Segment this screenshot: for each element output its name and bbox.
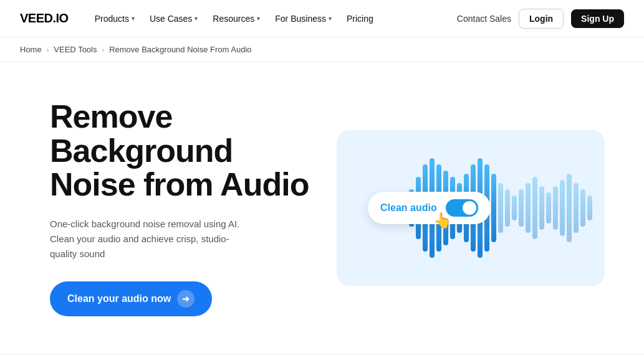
nav-label-use-cases: Use Cases	[150, 14, 192, 24]
nav-item-resources[interactable]: Resources ▾	[206, 10, 266, 27]
nav-item-for-business[interactable]: For Business ▾	[269, 10, 338, 27]
hero-cta-label: Clean your audio now	[67, 293, 171, 304]
nav-label-pricing: Pricing	[347, 14, 373, 24]
arrow-icon: ➜	[177, 290, 195, 308]
nav-label-resources: Resources	[213, 14, 254, 24]
breadcrumb-separator: ›	[47, 46, 49, 54]
nav-label-for-business: For Business	[275, 14, 326, 24]
chevron-down-icon: ▾	[132, 15, 135, 22]
nav-items: Products ▾ Use Cases ▾ Resources ▾ For B…	[89, 10, 457, 27]
nav-item-use-cases[interactable]: Use Cases ▾	[143, 10, 204, 27]
navbar: VEED.IO Products ▾ Use Cases ▾ Resources…	[0, 0, 644, 37]
toggle-knob	[463, 201, 476, 215]
nav-item-products[interactable]: Products ▾	[89, 10, 141, 27]
nav-item-pricing[interactable]: Pricing	[340, 10, 380, 27]
toggle-label: Clean audio	[380, 202, 437, 214]
hero-title: Remove Background Noise from Audio	[50, 100, 312, 202]
nav-right: Contact Sales Login Sign Up	[457, 9, 624, 29]
hero-text: Remove Background Noise from Audio One-c…	[50, 100, 312, 316]
login-button[interactable]: Login	[519, 9, 564, 29]
breadcrumb-separator-2: ›	[102, 46, 105, 54]
brand-logo[interactable]: VEED.IO	[20, 11, 69, 26]
clean-audio-toggle[interactable]: Clean audio	[368, 192, 491, 224]
audio-card: Clean audio 👆	[337, 130, 605, 286]
breadcrumb-current: Remove Background Noise From Audio	[109, 45, 251, 54]
signup-button[interactable]: Sign Up	[571, 9, 624, 28]
contact-sales-link[interactable]: Contact Sales	[457, 14, 511, 24]
hero-illustration: Clean audio 👆	[337, 130, 605, 286]
hero-description: One-click background noise removal using…	[50, 217, 249, 261]
trusted-brands: facebook VISA P&G p Pinterest VAYNERMEDI…	[0, 354, 644, 358]
chevron-down-icon: ▾	[329, 15, 332, 22]
chevron-down-icon: ▾	[195, 15, 198, 22]
chevron-down-icon: ▾	[257, 15, 260, 22]
hero-cta-button[interactable]: Clean your audio now ➜	[50, 281, 212, 316]
breadcrumb-veed-tools[interactable]: VEED Tools	[54, 45, 97, 54]
nav-label-products: Products	[95, 14, 129, 24]
breadcrumb-home[interactable]: Home	[20, 45, 42, 54]
hero-section: Remove Background Noise from Audio One-c…	[0, 62, 644, 354]
breadcrumb: Home › VEED Tools › Remove Background No…	[0, 37, 644, 62]
cursor-icon: 👆	[433, 212, 452, 229]
